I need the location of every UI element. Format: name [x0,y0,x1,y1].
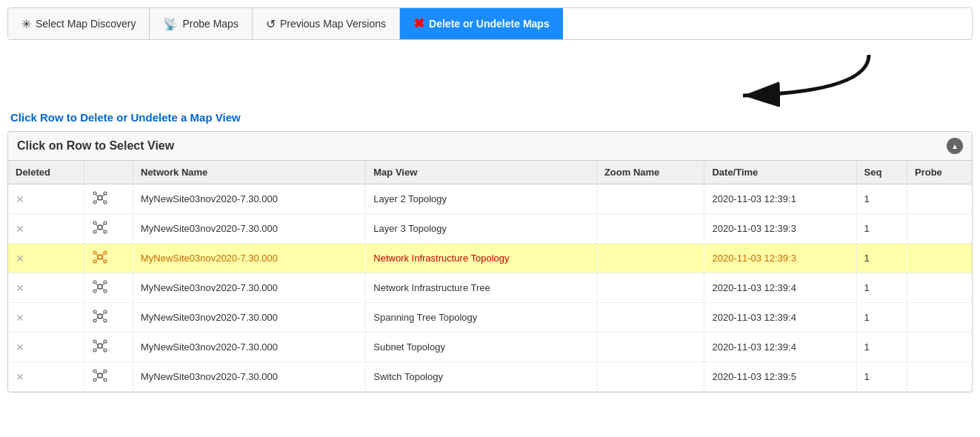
svg-line-7 [102,195,104,197]
table-row[interactable]: ✕ MyNewSite03nov2020-7.30.000 Layer 2 To… [8,184,972,214]
cell-deleted: ✕ [8,214,84,244]
svg-point-39 [104,310,107,313]
svg-line-24 [96,254,98,256]
tab-bar: ✳ Select Map Discovery 📡 Probe Maps ↺ Pr… [7,7,973,40]
table-row[interactable]: ✕ MyNewSite03nov2020-7.30.000 Layer 3 To… [8,214,972,244]
tab-previous-map-versions[interactable]: ↺ Previous Map Versions [253,8,400,39]
col-map-view: Map View [366,161,597,184]
tab-probe-maps-label: Probe Maps [182,18,238,30]
cell-map-view: Layer 3 Topology [366,214,597,244]
col-probe: Probe [907,161,972,184]
cell-probe [907,362,972,392]
delete-x-icon[interactable]: ✕ [16,253,24,264]
collapse-button[interactable]: ▲ [947,138,963,154]
cell-seq: 1 [856,362,907,392]
svg-point-19 [98,255,102,259]
svg-line-35 [96,288,98,290]
cell-probe [907,303,972,333]
table-row[interactable]: ✕ MyNewSite03nov2020-7.30.000 Switch Top… [8,362,972,392]
svg-line-17 [96,229,98,230]
cell-map-view: Subnet Topology [366,333,597,362]
table-row[interactable]: ✕ MyNewSite03nov2020-7.30.000 Network In… [8,244,972,273]
svg-point-22 [93,260,96,263]
svg-point-5 [104,201,107,204]
cell-zoom-name [596,303,704,333]
delete-x-icon[interactable]: ✕ [16,312,24,324]
arrow-container [0,47,980,107]
tab-probe-maps[interactable]: 📡 Probe Maps [150,8,252,39]
cell-zoom-name [596,214,704,244]
cell-seq: 1 [856,184,907,214]
cell-network-icon [84,333,133,362]
svg-line-51 [96,343,98,345]
delete-x-icon[interactable]: ✕ [16,371,24,383]
cell-probe [907,184,972,214]
cell-deleted: ✕ [8,333,84,362]
cell-network-icon [84,244,133,273]
delete-x-icon[interactable]: ✕ [16,341,24,353]
svg-point-49 [93,349,96,352]
cell-probe [907,214,972,244]
svg-line-25 [102,254,104,256]
cell-zoom-name [596,333,704,362]
cell-deleted: ✕ [8,273,84,303]
network-topology-icon [92,278,108,295]
cell-deleted: ✕ [8,244,84,273]
svg-line-43 [102,313,104,316]
svg-point-30 [104,281,107,284]
cell-network-icon [84,362,133,392]
svg-point-29 [93,281,96,284]
delete-undelete-maps-icon: ✖ [413,16,424,32]
svg-point-2 [93,192,96,195]
tab-select-map-discovery[interactable]: ✳ Select Map Discovery [8,8,150,39]
cell-map-view: Switch Topology [366,362,597,392]
svg-point-31 [93,290,96,293]
cell-deleted: ✕ [8,362,84,392]
cell-network-name: MyNewSite03nov2020-7.30.000 [133,214,366,244]
delete-x-icon[interactable]: ✕ [16,193,24,205]
cell-network-icon [84,273,133,303]
svg-line-45 [102,318,104,319]
tab-delete-or-undelete-maps[interactable]: ✖ Delete or Undelete Maps [400,8,563,39]
svg-line-26 [96,258,98,260]
col-date-time: Date/Time [704,161,856,184]
page-subtitle: Click Row to Delete or Undelete a Map Vi… [10,111,970,124]
cell-seq: 1 [856,273,907,303]
svg-line-33 [96,284,98,286]
svg-point-3 [104,192,107,195]
table-row[interactable]: ✕ MyNewSite03nov2020-7.30.000 Spanning T… [8,303,972,333]
table-row[interactable]: ✕ MyNewSite03nov2020-7.30.000 Subnet Top… [8,333,972,362]
delete-x-icon[interactable]: ✕ [16,282,24,294]
network-topology-icon [92,249,108,265]
svg-line-36 [102,288,104,290]
svg-line-34 [102,284,104,286]
svg-point-41 [104,319,107,322]
cell-deleted: ✕ [8,184,84,214]
col-deleted: Deleted [8,161,84,184]
table-section: Click on Row to Select View ▲ Deleted Ne… [7,131,973,393]
cell-date-time: 2020-11-03 12:39:3 [704,244,856,273]
svg-line-9 [102,199,104,201]
svg-point-23 [104,260,107,263]
table-header: Deleted Network Name Map View Zoom Name … [8,161,972,184]
svg-line-16 [102,224,104,227]
network-topology-icon [92,219,108,236]
cell-zoom-name [596,184,704,214]
col-seq: Seq [856,161,907,184]
cell-date-time: 2020-11-03 12:39:5 [704,362,856,392]
svg-point-50 [104,349,107,352]
cell-network-name: MyNewSite03nov2020-7.30.000 [133,273,366,303]
svg-line-62 [96,377,98,378]
delete-x-icon[interactable]: ✕ [16,223,24,235]
network-topology-icon [92,308,108,324]
cell-date-time: 2020-11-03 12:39:1 [704,184,856,214]
svg-line-42 [96,313,98,316]
cell-zoom-name [596,362,704,392]
cell-date-time: 2020-11-03 12:39:4 [704,273,856,303]
svg-point-56 [93,370,96,373]
svg-line-54 [102,347,104,349]
table-row[interactable]: ✕ MyNewSite03nov2020-7.30.000 Network In… [8,273,972,303]
svg-line-61 [102,373,104,375]
cell-network-name: MyNewSite03nov2020-7.30.000 [133,303,366,333]
network-topology-icon [92,190,108,206]
